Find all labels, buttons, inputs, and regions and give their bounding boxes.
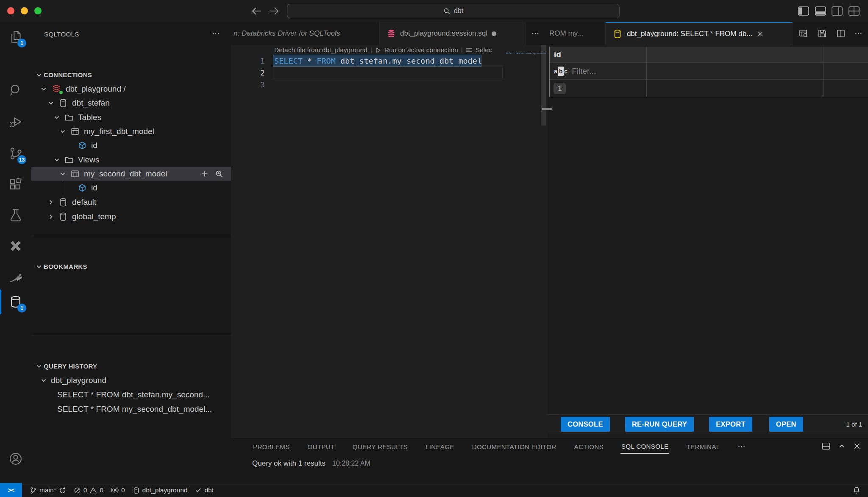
chevron-up-icon[interactable] (837, 442, 846, 450)
title-bar: dbt (0, 0, 868, 22)
tree-item-tables-folder[interactable]: Tables (31, 110, 231, 124)
tree-item-column[interactable]: id (31, 181, 231, 195)
query-history-section-header[interactable]: QUERY HISTORY (31, 359, 231, 373)
history-connection-item[interactable]: dbt_playground (31, 373, 231, 387)
close-panel-icon[interactable] (853, 442, 861, 450)
tab-problems[interactable]: PROBLEMS (252, 439, 291, 453)
tab-results-active[interactable]: dbt_playground: SELECT * FROM db... (606, 22, 793, 45)
more-tabs-icon[interactable]: ⋯ (526, 22, 545, 45)
grid-filter-row[interactable]: abc Filter... (550, 63, 868, 80)
dbt-status-item[interactable]: dbt (195, 486, 214, 494)
tab-output[interactable]: OUTPUT (307, 439, 336, 453)
history-query-item[interactable]: SELECT * FROM my_second_dbt_model... (31, 402, 231, 416)
check-icon (195, 487, 202, 494)
folder-icon (64, 155, 74, 165)
explorer-icon[interactable]: 1 (0, 25, 31, 49)
tree-item-table-selected[interactable]: my_second_dbt_model (31, 167, 231, 181)
accounts-icon[interactable] (0, 447, 31, 471)
command-center-search[interactable]: dbt (287, 4, 620, 18)
close-traffic-light[interactable] (7, 7, 14, 14)
modified-dot-icon[interactable] (492, 31, 496, 36)
notifications-item[interactable] (853, 486, 860, 494)
toggle-primary-sidebar-icon[interactable] (798, 6, 809, 16)
more-actions-icon[interactable]: ⋯ (854, 29, 862, 38)
add-to-cursor-icon[interactable] (200, 170, 209, 178)
databricks-extension-icon[interactable] (0, 265, 31, 289)
tree-item-schema[interactable]: dbt_stefan (31, 96, 231, 110)
close-icon[interactable] (757, 30, 764, 38)
chevron-down-icon (53, 114, 61, 121)
tab-documentation-editor[interactable]: DOCUMENTATION EDITOR (471, 439, 557, 453)
line-number: 3 (235, 80, 265, 89)
codelens-detach-link[interactable]: Detach file from dbt_playground (274, 46, 367, 54)
toggle-secondary-sidebar-icon[interactable] (832, 6, 843, 16)
sqltools-icon[interactable]: 1 (0, 290, 31, 314)
line-number: 1 (235, 56, 265, 65)
tree-item-schema[interactable]: default (31, 195, 231, 209)
database-yellow-icon (612, 29, 623, 39)
table-search-icon[interactable] (798, 28, 809, 39)
remote-indicator[interactable]: >< (0, 483, 22, 497)
git-branch-item[interactable]: main* (30, 486, 66, 494)
minimap[interactable]: SELECT * FROM dbt_stefan.my_second_dbt_m… (506, 52, 546, 55)
forward-icon[interactable] (269, 6, 280, 16)
toggle-panel-icon[interactable] (815, 6, 826, 16)
sync-icon[interactable] (59, 487, 66, 494)
explorer-badge: 1 (17, 39, 26, 47)
zoom-traffic-light[interactable] (34, 7, 42, 14)
problems-item[interactable]: 0 0 (74, 486, 103, 494)
x-extension-icon[interactable] (0, 234, 31, 258)
sash-handle[interactable] (542, 108, 552, 110)
active-connection-item[interactable]: dbt_playground (133, 486, 188, 494)
export-button[interactable]: EXPORT (709, 417, 752, 432)
editor-group-sql: n: Databricks Driver for SQLTools dbt_pl… (231, 22, 548, 438)
source-control-icon[interactable]: 13 (0, 141, 31, 166)
filter-input[interactable]: Filter... (572, 67, 596, 76)
run-debug-icon[interactable] (0, 109, 31, 134)
tab-lineage[interactable]: LINEAGE (425, 439, 455, 453)
sql-code-line[interactable]: SELECT * FROM dbt_stefan.my_second_dbt_m… (274, 56, 482, 65)
tree-item-views-folder[interactable]: Views (31, 153, 231, 167)
save-icon[interactable] (817, 28, 827, 39)
tab-query-results[interactable]: QUERY RESULTS (352, 439, 409, 453)
ports-item[interactable]: 0 (111, 486, 125, 494)
split-editor-icon[interactable] (836, 28, 846, 39)
extensions-icon[interactable] (0, 172, 31, 197)
grid-header-row[interactable]: id (550, 47, 868, 63)
connections-section-header[interactable]: CONNECTIONS (31, 68, 231, 82)
bookmarks-section-header[interactable]: BOOKMARKS (31, 260, 231, 274)
testing-icon[interactable] (0, 203, 31, 227)
tab-actions[interactable]: ACTIONS (573, 439, 604, 453)
tab-session-sql[interactable]: dbt_playground.session.sql (380, 22, 526, 45)
customize-layout-icon[interactable] (849, 6, 860, 16)
panel-layout-icon[interactable] (821, 441, 831, 451)
panel-more-icon[interactable]: ⋯ (737, 438, 746, 454)
sqltools-badge: 1 (17, 304, 26, 313)
tab-session-driver[interactable]: n: Databricks Driver for SQLTools (231, 22, 380, 45)
chevron-down-icon (59, 128, 67, 135)
sqltools-sidebar: SQLTOOLS ⋯ CONNECTIONS dbt_playground / … (31, 22, 231, 483)
chevron-down-icon (59, 170, 67, 178)
console-message: Query ok with 1 results 10:28:22 AM (252, 459, 370, 468)
rerun-query-button[interactable]: RE-RUN QUERY (625, 417, 694, 432)
editor-scrollbar[interactable] (541, 45, 546, 126)
tree-item-table[interactable]: my_first_dbt_model (31, 124, 231, 138)
tab-terminal[interactable]: TERMINAL (685, 439, 721, 453)
column-header-id[interactable]: id (554, 50, 561, 59)
minimize-traffic-light[interactable] (21, 7, 28, 14)
tree-item-column[interactable]: id (31, 138, 231, 152)
codelens-run-link[interactable]: Run on active connection (384, 46, 458, 54)
codelens-select-link[interactable]: Selec (476, 46, 492, 54)
magnify-plus-icon[interactable] (215, 170, 223, 178)
tab-results-truncated[interactable]: ROM my... (548, 22, 606, 45)
sidebar-more-icon[interactable]: ⋯ (212, 29, 220, 38)
history-query-item[interactable]: SELECT * FROM dbt_stefan.my_second... (31, 388, 231, 402)
tab-sql-console[interactable]: SQL CONSOLE (620, 439, 669, 454)
tree-item-connection[interactable]: dbt_playground / (31, 82, 231, 96)
tree-item-schema[interactable]: global_temp (31, 209, 231, 223)
back-icon[interactable] (251, 6, 262, 16)
search-sidebar-icon[interactable] (0, 78, 31, 103)
open-button[interactable]: OPEN (769, 417, 803, 432)
console-button[interactable]: CONSOLE (561, 417, 610, 432)
grid-data-row[interactable]: 1 (550, 80, 868, 97)
